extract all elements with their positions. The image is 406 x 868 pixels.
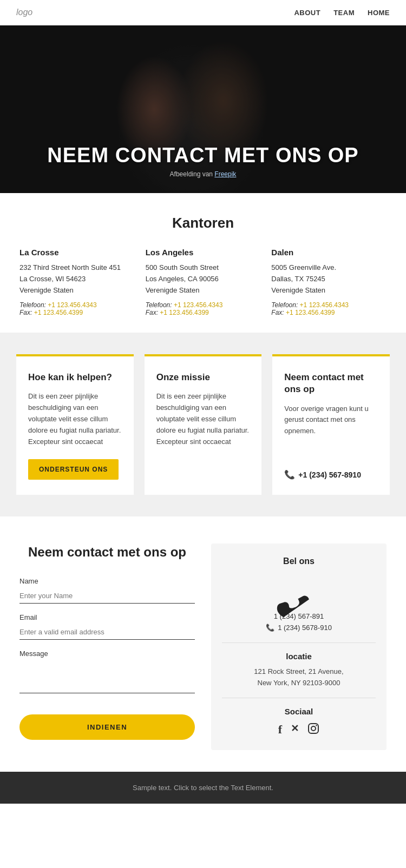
card-contact-phone: 📞 +1 (234) 567-8910 — [284, 469, 378, 480]
cards-section: Hoe kan ik helpen? Dit is een zeer pijnl… — [0, 333, 406, 516]
nav-team[interactable]: TEAM — [333, 9, 355, 17]
office-lacrosse-address: 232 Third Street North Suite 451La Cross… — [19, 262, 135, 296]
office-dalen: Dalen 5005 Greenville Ave.Dallas, TX 752… — [271, 248, 387, 316]
location-section: locatie 121 Rock Street, 21 Avenue,New Y… — [222, 652, 376, 689]
fax-2[interactable]: +1 123.456.4399 — [286, 309, 335, 316]
phone-icon-secondary: 📞 — [266, 624, 274, 632]
phone-icon-card: 📞 — [284, 469, 295, 480]
telefoon-2[interactable]: +1 123.456.4343 — [300, 301, 349, 309]
telefoon-label-2: Telefoon: — [271, 301, 298, 309]
contact-section: Neem contact met ons op Name Email Messa… — [0, 516, 406, 772]
office-losangeles-contact: Telefoon: +1 123.456.4343 Fax: +1 123.45… — [146, 301, 261, 316]
phone-icon-big — [266, 575, 331, 605]
name-label: Name — [19, 577, 195, 585]
name-input[interactable] — [19, 588, 195, 604]
card-contact-body: Voor overige vragen kunt u gerust contac… — [284, 403, 378, 462]
header: logo ABOUT TEAM HOME — [0, 0, 406, 25]
svg-point-1 — [311, 726, 316, 731]
hero-subtitle: Afbeelding van Freepik — [47, 170, 358, 178]
card-contact-phone-number: +1 (234) 567-8910 — [298, 471, 361, 479]
card-contact: Neem contact met ons op Voor overige vra… — [272, 354, 390, 495]
logo: logo — [16, 8, 32, 17]
office-dalen-address: 5005 Greenville Ave.Dallas, TX 75245Vere… — [271, 262, 387, 296]
social-icons: f ✕ — [222, 723, 376, 737]
hero-section: NEEM CONTACT MET ONS OP Afbeelding van F… — [0, 25, 406, 193]
telefoon-label-1: Telefoon: — [146, 301, 172, 309]
phone-icon-big-container — [222, 575, 376, 605]
card-mission: Onze missie Dit is een zeer pijnlijke be… — [145, 354, 262, 495]
email-label: Email — [19, 613, 195, 621]
fax-0[interactable]: +1 123.456.4399 — [34, 309, 83, 316]
card-mission-body: Dit is een zeer pijnlijke beschuldiging … — [156, 391, 250, 480]
hero-content: NEEM CONTACT MET ONS OP Afbeelding van F… — [47, 144, 358, 193]
footer: Sample text. Click to select the Text El… — [0, 772, 406, 804]
divider-2 — [222, 698, 376, 698]
footer-text: Sample text. Click to select the Text El… — [133, 784, 273, 792]
office-lacrosse: La Crosse 232 Third Street North Suite 4… — [19, 248, 135, 316]
kantoren-title: Kantoren — [19, 215, 387, 231]
contact-info-panel: Bel ons 1 (234) 567-891 📞 1 (234) 5678-9… — [211, 544, 387, 750]
form-group-name: Name — [19, 577, 195, 604]
twitter-x-icon[interactable]: ✕ — [291, 723, 299, 737]
office-lacrosse-name: La Crosse — [19, 248, 135, 257]
submit-button[interactable]: INDIENEN — [19, 714, 195, 740]
card-help-title: Hoe kan ik helpen? — [28, 372, 122, 383]
phone-number-secondary: 📞 1 (234) 5678-910 — [222, 624, 376, 632]
message-label: Message — [19, 650, 195, 658]
office-dalen-name: Dalen — [271, 248, 387, 257]
fax-label-0: Fax: — [19, 309, 32, 316]
nav-about[interactable]: ABOUT — [294, 9, 320, 17]
contact-form-title: Neem contact met ons op — [19, 544, 195, 560]
fax-1[interactable]: +1 123.456.4399 — [160, 309, 208, 316]
telefoon-label-0: Telefoon: — [19, 301, 46, 309]
nav: ABOUT TEAM HOME — [294, 9, 390, 17]
office-lacrosse-contact: Telefoon: +1 123.456.4343 Fax: +1 123.45… — [19, 301, 135, 316]
office-losangeles-address: 500 South South StreetLos Angeles, CA 90… — [146, 262, 261, 296]
ondersteun-ons-button[interactable]: ONDERSTEUN ONS — [28, 459, 119, 480]
telefoon-0[interactable]: +1 123.456.4343 — [48, 301, 96, 309]
office-losangeles: Los Angeles 500 South South StreetLos An… — [146, 248, 261, 316]
bel-ons-title: Bel ons — [222, 556, 376, 566]
form-group-message: Message — [19, 650, 195, 695]
nav-home[interactable]: HOME — [368, 9, 390, 17]
card-help: Hoe kan ik helpen? Dit is een zeer pijnl… — [16, 354, 134, 495]
fax-label-1: Fax: — [146, 309, 158, 316]
card-contact-title: Neem contact met ons op — [284, 372, 378, 395]
office-losangeles-name: Los Angeles — [146, 248, 261, 257]
social-section: Sociaal f ✕ — [222, 707, 376, 737]
contact-form-container: Neem contact met ons op Name Email Messa… — [19, 544, 195, 750]
instagram-icon[interactable] — [307, 723, 319, 737]
social-title: Sociaal — [222, 707, 376, 716]
fax-label-2: Fax: — [271, 309, 284, 316]
card-help-body: Dit is een zeer pijnlijke beschuldiging … — [28, 391, 122, 448]
hero-freepik-link[interactable]: Freepik — [214, 170, 236, 178]
kantoren-section: Kantoren La Crosse 232 Third Street Nort… — [0, 193, 406, 333]
office-dalen-contact: Telefoon: +1 123.456.4343 Fax: +1 123.45… — [271, 301, 387, 316]
message-input[interactable] — [19, 661, 195, 693]
divider-1 — [222, 642, 376, 643]
kantoren-grid: La Crosse 232 Third Street North Suite 4… — [19, 248, 387, 316]
facebook-icon[interactable]: f — [278, 723, 282, 737]
email-input[interactable] — [19, 625, 195, 640]
form-group-email: Email — [19, 613, 195, 640]
location-title: locatie — [222, 652, 376, 661]
telefoon-1[interactable]: +1 123.456.4343 — [174, 301, 222, 309]
card-mission-title: Onze missie — [156, 372, 250, 383]
hero-title: NEEM CONTACT MET ONS OP — [47, 144, 358, 167]
location-address: 121 Rock Street, 21 Avenue,New York, NY … — [222, 666, 376, 689]
phone-number-main: 1 (234) 567-891 — [222, 612, 376, 620]
svg-point-2 — [316, 725, 317, 726]
